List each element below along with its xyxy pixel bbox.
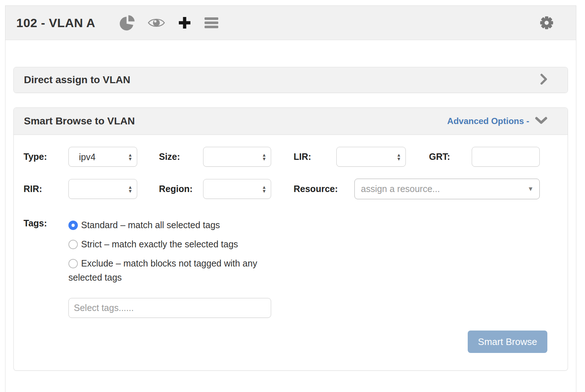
header-toolbar xyxy=(119,15,219,31)
direct-assign-header[interactable]: Direct assign to VLAN xyxy=(14,67,568,93)
radio-option-label: Exclude – match blocks not tagged with a… xyxy=(68,258,257,282)
size-label: Size: xyxy=(159,152,203,162)
region-select[interactable]: ▲▼ xyxy=(203,179,271,199)
plus-icon[interactable] xyxy=(177,16,192,30)
radio-button-icon[interactable] xyxy=(68,240,78,249)
resource-placeholder: assign a resource... xyxy=(361,184,440,194)
rir-label: RIR: xyxy=(24,184,68,194)
lir-label: LIR: xyxy=(294,152,336,162)
advanced-options-link[interactable]: Advanced Options - xyxy=(447,116,529,126)
smart-browse-panel: Smart Browse to VLAN Advanced Options - … xyxy=(13,107,568,371)
page-title: 102 - VLAN A xyxy=(16,16,95,30)
chevron-right-icon[interactable] xyxy=(540,73,547,86)
widget-header: 102 - VLAN A xyxy=(5,6,576,40)
resource-dropdown[interactable]: assign a resource... ▼ xyxy=(354,179,540,199)
rir-select[interactable]: ▲▼ xyxy=(68,179,137,199)
widget-body: Direct assign to VLAN Smart Browse to VL… xyxy=(5,40,576,371)
submit-row: Smart Browse xyxy=(24,331,568,353)
tags-section: Tags: Standard – match all selected tags… xyxy=(24,218,568,318)
direct-assign-panel: Direct assign to VLAN xyxy=(13,67,568,93)
dropdown-arrow-icon: ▼ xyxy=(527,186,534,193)
form-row-2: RIR: ▲▼ Region: ▲▼ Resource: assign a re… xyxy=(24,179,568,199)
radio-option-standard[interactable]: Standard – match all selected tags xyxy=(68,218,271,232)
radio-option-exclude[interactable]: Exclude – match blocks not tagged with a… xyxy=(68,256,271,285)
chevron-down-icon[interactable] xyxy=(535,116,547,126)
eye-icon[interactable] xyxy=(148,17,165,29)
tags-input-wrap xyxy=(68,298,271,318)
gear-icon[interactable] xyxy=(539,15,554,30)
type-select[interactable]: ipv4 ▲▼ xyxy=(68,147,137,167)
form-row-1: Type: ipv4 ▲▼ Size: ▲▼ LIR: ▲▼ xyxy=(24,147,568,167)
radio-button-icon[interactable] xyxy=(68,259,78,268)
lir-select[interactable]: ▲▼ xyxy=(336,147,406,167)
tags-radio-group: Standard – match all selected tags Stric… xyxy=(68,218,271,318)
smart-browse-title: Smart Browse to VLAN xyxy=(24,115,135,127)
direct-assign-title: Direct assign to VLAN xyxy=(24,74,130,86)
region-label: Region: xyxy=(159,184,203,194)
smart-browse-button[interactable]: Smart Browse xyxy=(468,331,547,353)
menu-icon[interactable] xyxy=(204,17,219,29)
select-tags-input[interactable] xyxy=(68,298,271,318)
grt-input[interactable] xyxy=(472,147,540,167)
type-label: Type: xyxy=(24,152,68,162)
size-select[interactable]: ▲▼ xyxy=(203,147,271,167)
grt-label: GRT: xyxy=(429,152,472,162)
smart-browse-body: Type: ipv4 ▲▼ Size: ▲▼ LIR: ▲▼ xyxy=(14,135,568,370)
radio-option-label: Strict – match exactly the selected tags xyxy=(81,239,238,249)
radio-button-icon[interactable] xyxy=(68,221,78,230)
pie-chart-icon[interactable] xyxy=(119,15,135,31)
resource-label: Resource: xyxy=(294,184,354,194)
radio-option-strict[interactable]: Strict – match exactly the selected tags xyxy=(68,237,271,251)
radio-option-label: Standard – match all selected tags xyxy=(81,220,220,230)
smart-browse-header: Smart Browse to VLAN Advanced Options - xyxy=(14,108,568,135)
tags-label: Tags: xyxy=(24,218,68,318)
vlan-widget: 102 - VLAN A xyxy=(5,5,576,392)
